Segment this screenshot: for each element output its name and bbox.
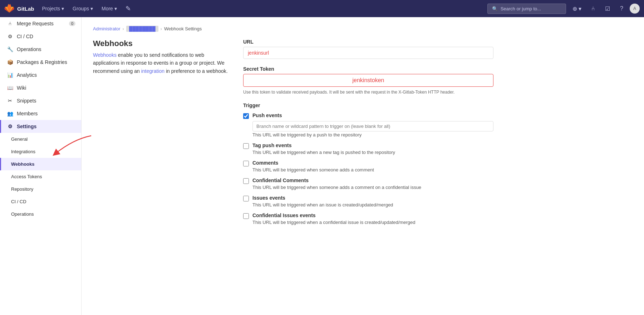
push-events-label[interactable]: Push events	[252, 112, 282, 118]
topnav: GitLab Projects ▾ Groups ▾ More ▾ ✎ 🔍 Se…	[0, 0, 644, 17]
settings-icon: ⚙	[7, 124, 13, 129]
topnav-right: 🔍 Search or jump to... ⊕ ▾ ⑃ ☑ ? A	[487, 3, 640, 14]
trigger-section: Trigger Push events This URL will be tri…	[243, 102, 493, 225]
sidebar-item-wiki[interactable]: 📖 Wiki	[0, 81, 81, 94]
edit-icon-btn[interactable]: ✎	[122, 3, 134, 14]
trigger-issues: Issues events This URL will be triggered…	[243, 195, 493, 208]
trigger-label: Trigger	[243, 102, 493, 108]
layout: ⑃ Merge Requests 0 ⚙ CI / CD 🔧 Operation…	[0, 17, 644, 315]
trigger-confidential-comments: Confidential Comments This URL will be t…	[243, 178, 493, 190]
url-form-group: URL	[243, 39, 493, 59]
url-input[interactable]	[243, 47, 493, 59]
operations-icon: 🔧	[7, 46, 13, 52]
left-column: Webhooks Webhooks enable you to send not…	[93, 39, 229, 232]
tag-push-desc: This URL will be triggered when a new ta…	[252, 150, 493, 155]
chevron-down-icon: ▾	[90, 6, 93, 11]
sidebar-item-operations[interactable]: 🔧 Operations	[0, 43, 81, 56]
sidebar-subitem-cicd[interactable]: CI / CD	[0, 195, 81, 208]
confidential-issues-desc: This URL will be triggered when a confid…	[252, 220, 493, 225]
integration-link[interactable]: integration	[141, 68, 164, 74]
help-icon[interactable]: ?	[616, 3, 627, 14]
groups-menu[interactable]: Groups ▾	[69, 4, 97, 13]
issues-checkbox[interactable]	[243, 196, 249, 201]
breadcrumb-project[interactable]: ████████	[126, 26, 158, 32]
snippets-icon: ✂	[7, 98, 13, 104]
url-label: URL	[243, 39, 493, 45]
logo-text: GitLab	[17, 6, 34, 12]
sidebar-item-snippets[interactable]: ✂ Snippets	[0, 94, 81, 107]
sidebar-item-members[interactable]: 👥 Members	[0, 107, 81, 120]
sidebar-item-cicd[interactable]: ⚙ CI / CD	[0, 30, 81, 43]
merge-requests-icon[interactable]: ⑃	[588, 3, 599, 14]
main-content: Administrator › ████████ › Webhook Setti…	[82, 17, 644, 315]
todos-icon[interactable]: ☑	[601, 3, 614, 14]
analytics-icon: 📊	[7, 72, 13, 78]
sidebar-item-packages[interactable]: 📦 Packages & Registries	[0, 56, 81, 69]
comments-label[interactable]: Comments	[252, 160, 278, 166]
page-description: Webhooks enable you to send notification…	[93, 51, 229, 75]
content-columns: Webhooks Webhooks enable you to send not…	[93, 39, 633, 232]
search-icon: 🔍	[492, 6, 498, 11]
sidebar-subitem-repository[interactable]: Repository	[0, 183, 81, 195]
sidebar-subitem-integrations[interactable]: Integrations	[0, 145, 81, 158]
right-column: URL Secret Token Use this token to valid…	[243, 39, 493, 232]
confidential-comments-checkbox[interactable]	[243, 178, 249, 184]
search-box[interactable]: 🔍 Search or jump to...	[487, 4, 566, 14]
sidebar-subitem-general[interactable]: General	[0, 133, 81, 145]
sidebar: ⑃ Merge Requests 0 ⚙ CI / CD 🔧 Operation…	[0, 17, 82, 315]
branch-pattern-input[interactable]	[252, 121, 493, 131]
page-title: Webhooks	[93, 39, 229, 48]
token-input[interactable]	[243, 74, 493, 87]
issues-desc: This URL will be triggered when an issue…	[252, 202, 493, 208]
tag-push-checkbox[interactable]	[243, 143, 249, 149]
trigger-confidential-issues: Confidential Issues events This URL will…	[243, 212, 493, 225]
confidential-comments-desc: This URL will be triggered when someone …	[252, 185, 493, 190]
more-menu[interactable]: More ▾	[98, 4, 121, 13]
trigger-push-events: Push events This URL will be triggered b…	[243, 112, 493, 138]
push-events-desc: This URL will be triggered by a push to …	[252, 132, 493, 138]
sidebar-item-analytics[interactable]: 📊 Analytics	[0, 69, 81, 81]
confidential-issues-label[interactable]: Confidential Issues events	[252, 212, 316, 218]
breadcrumb-current: Webhook Settings	[164, 26, 202, 31]
token-hint: Use this token to validate received payl…	[243, 89, 493, 95]
confidential-issues-checkbox[interactable]	[243, 213, 249, 219]
members-icon: 👥	[7, 111, 13, 116]
wiki-icon: 📖	[7, 85, 13, 91]
breadcrumb: Administrator › ████████ › Webhook Setti…	[93, 26, 633, 32]
gitlab-logo[interactable]: GitLab	[4, 4, 34, 14]
token-label: Secret Token	[243, 66, 493, 72]
projects-menu[interactable]: Projects ▾	[39, 4, 68, 13]
sidebar-subitem-webhooks[interactable]: Webhooks	[0, 158, 81, 170]
packages-icon: 📦	[7, 59, 13, 65]
merge-requests-icon: ⑃	[7, 21, 13, 26]
sidebar-subitem-operations[interactable]: Operations	[0, 208, 81, 220]
confidential-comments-label[interactable]: Confidential Comments	[252, 178, 309, 183]
issues-label[interactable]: Issues events	[252, 195, 285, 201]
sidebar-item-settings[interactable]: ⚙ Settings	[0, 120, 81, 133]
webhooks-link[interactable]: Webhooks	[93, 52, 117, 58]
chevron-down-icon: ▾	[62, 6, 64, 11]
breadcrumb-admin[interactable]: Administrator	[93, 26, 121, 31]
sidebar-item-merge-requests[interactable]: ⑃ Merge Requests 0	[0, 17, 81, 30]
tag-push-label[interactable]: Tag push events	[252, 142, 291, 148]
new-item-button[interactable]: ⊕ ▾	[569, 3, 585, 14]
comments-checkbox[interactable]	[243, 161, 249, 166]
sidebar-subitem-access-tokens[interactable]: Access Tokens	[0, 170, 81, 183]
trigger-tag-push: Tag push events This URL will be trigger…	[243, 142, 493, 155]
chevron-down-icon: ▾	[114, 6, 117, 11]
trigger-comments: Comments This URL will be triggered when…	[243, 160, 493, 172]
comments-desc: This URL will be triggered when someone …	[252, 167, 493, 172]
push-events-checkbox[interactable]	[243, 113, 249, 119]
cicd-icon: ⚙	[7, 34, 13, 39]
token-form-group: Secret Token Use this token to validate …	[243, 66, 493, 95]
user-avatar[interactable]: A	[630, 4, 640, 14]
